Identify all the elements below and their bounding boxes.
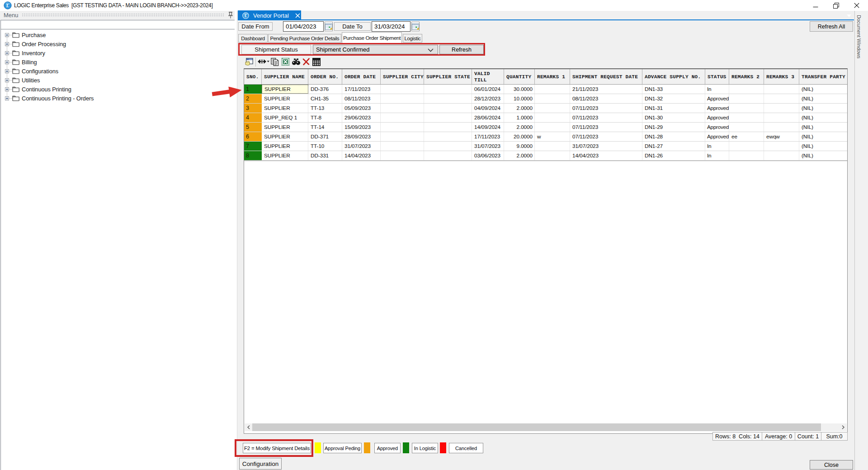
date-to-input[interactable]: 31/03/2024 [372,21,410,32]
column-header[interactable]: SUPPLIER NAME [262,69,308,84]
scroll-left-button[interactable] [245,423,252,431]
grid-cell[interactable]: Approved [705,113,729,122]
find-icon[interactable] [292,58,301,66]
grid-cell[interactable]: TT-14 [308,123,342,132]
column-header[interactable]: VALID TILL [472,69,504,84]
tree-item-billing[interactable]: Billing [1,58,235,67]
column-resize-icon[interactable] [258,58,269,65]
grid-cell[interactable]: In [705,142,729,151]
grid-cell[interactable]: 07/11/2023 [570,132,642,141]
tree-item-order-processing[interactable]: Order Processing [1,40,235,49]
grid-cell[interactable]: 31/07/2023 [570,142,642,151]
grid-cell[interactable]: 07/11/2023 [570,123,642,132]
grid-cell[interactable]: DD-376 [308,85,342,94]
grid-cell[interactable] [381,132,424,141]
grid-cell[interactable]: (NIL) [799,113,848,122]
grid-cell[interactable]: 03/06/2023 [472,151,504,160]
panel-splitter[interactable] [235,11,237,470]
grid-cell[interactable]: SUPPLIER [262,132,308,141]
grid-cell[interactable] [381,151,424,160]
grid-cell[interactable]: 07/11/2023 [570,113,642,122]
tab-close-icon[interactable] [295,13,300,18]
grid-cell[interactable]: 29/06/2023 [342,113,381,122]
pin-icon[interactable] [228,12,233,19]
grid-cell[interactable]: 2.0000 [504,104,535,113]
grid-cell[interactable] [535,85,570,94]
grid-cell[interactable]: (NIL) [799,132,848,141]
form-window-icon[interactable] [245,58,253,66]
grid-cell[interactable]: 28/12/2023 [472,94,504,103]
grid-cell[interactable] [764,142,799,151]
tab-vendor-portal[interactable]: L Vendor Portal [238,10,301,20]
grid-cell[interactable]: 20.0000 [504,132,535,141]
grid-cell[interactable] [729,123,764,132]
grid-cell[interactable]: (NIL) [799,151,848,160]
grid-cell[interactable] [424,142,472,151]
grid-cell[interactable]: 2.0000 [504,123,535,132]
column-header[interactable]: REMARKS 1 [535,69,570,84]
grid-cell[interactable]: DN1-31 [642,104,705,113]
grid-cell[interactable] [729,151,764,160]
grid-cell[interactable]: SUPPLIER [262,151,308,160]
grid-cell[interactable] [381,104,424,113]
grid-cell[interactable] [535,123,570,132]
horizontal-scrollbar[interactable] [245,423,847,431]
grid-cell[interactable]: 08/11/2023 [570,94,642,103]
grid-cell[interactable]: (NIL) [799,85,848,94]
date-to-calendar-button[interactable] [411,22,420,31]
grid-cell[interactable]: 1.0000 [504,113,535,122]
tree-expand-icon[interactable] [5,60,9,64]
tree-expand-icon[interactable] [5,51,9,55]
grid-cell[interactable]: 31/07/2023 [472,142,504,151]
grid-cell[interactable]: TT-8 [308,113,342,122]
grid-cell[interactable]: In [705,85,729,94]
grid-cell[interactable] [535,113,570,122]
column-header[interactable]: QUANTITY [504,69,535,84]
column-header[interactable]: SNO. [244,69,262,84]
column-header[interactable]: STATUS [705,69,729,84]
tree-item-configurations[interactable]: Configurations [1,67,235,76]
grid-cell[interactable]: DN1-27 [642,142,705,151]
column-header[interactable]: SHIPMENT REQUEST DATE [570,69,642,84]
grid-cell[interactable]: w [535,132,570,141]
grid-cell[interactable]: 30.0000 [504,85,535,94]
grid-icon[interactable] [312,58,321,66]
scroll-right-button[interactable] [839,423,847,431]
grid-cell[interactable]: In [705,151,729,160]
grid-cell[interactable] [535,151,570,160]
grid-cell[interactable]: 17/11/2023 [342,85,381,94]
grid-cell[interactable]: DN1-26 [642,151,705,160]
grid-cell[interactable] [424,85,472,94]
view-tab-pending-purchase-order-details[interactable]: Pending Purchase Order Details [268,34,341,43]
grid-cell[interactable]: Approved [705,104,729,113]
minimize-button[interactable] [808,0,823,11]
configuration-tab-button[interactable]: Configuration [239,458,282,470]
grid-cell[interactable]: Approved [705,123,729,132]
grid-cell[interactable]: 04/09/2024 [472,104,504,113]
grid-cell[interactable]: 28/09/2023 [342,132,381,141]
grid-cell[interactable]: (NIL) [799,142,848,151]
grid-cell[interactable] [764,123,799,132]
copy-icon[interactable] [271,58,279,66]
grid-cell[interactable]: 14/04/2023 [570,151,642,160]
grid-cell[interactable]: 15/09/2023 [342,123,381,132]
tab-list-dropdown-icon[interactable] [847,14,851,17]
grid-cell[interactable] [424,132,472,141]
tree-expand-icon[interactable] [5,96,9,100]
grid-cell[interactable]: ewqw [764,132,799,141]
grid-cell[interactable]: (NIL) [799,104,848,113]
grid-cell[interactable]: ee [729,132,764,141]
grid-cell[interactable]: 05/09/2023 [342,104,381,113]
row-number-cell[interactable]: 8 [244,151,262,160]
grid-cell[interactable]: DN1-33 [642,85,705,94]
grid-cell[interactable]: 31/07/2023 [342,142,381,151]
column-header[interactable]: REMARKS 3 [764,69,799,84]
grid-cell[interactable]: 10.0000 [504,94,535,103]
row-number-cell[interactable]: 4 [244,113,262,122]
grid-cell[interactable] [764,104,799,113]
grid-cell[interactable] [381,113,424,122]
tree-item-utilities[interactable]: Utilities [1,76,235,85]
grid-cell[interactable] [381,94,424,103]
grid-cell[interactable]: (NIL) [799,94,848,103]
grid-cell[interactable]: 28/06/2024 [472,113,504,122]
